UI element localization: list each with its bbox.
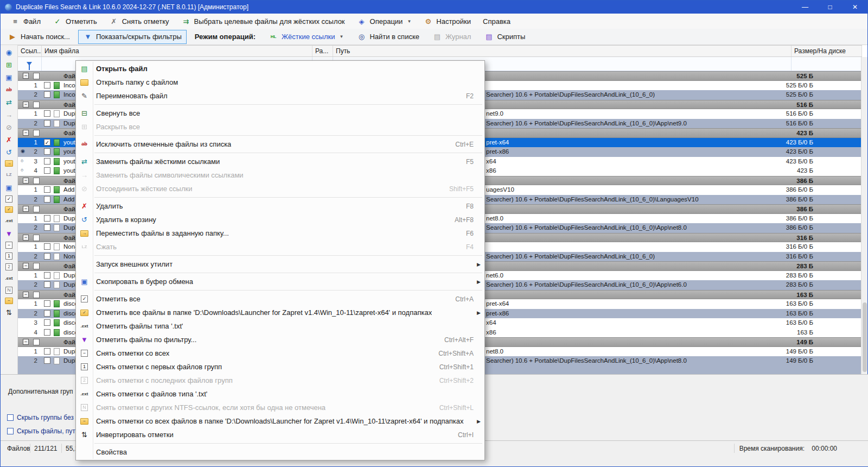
- unlink-icon[interactable]: ⊘: [4, 123, 14, 131]
- unmark-last-icon[interactable]: 2: [5, 263, 12, 270]
- row-checkbox[interactable]: [44, 348, 50, 355]
- context-menu-item[interactable]: ⇄Заменить файлы жёсткими ссылкамиF5: [76, 155, 484, 168]
- exclude-marked-icon[interactable]: ab: [4, 85, 14, 94]
- context-menu-item[interactable]: −Снять отметки со всехCtrl+Shift+A: [76, 346, 484, 360]
- hide-groups-checkbox[interactable]: Скрыть группы без д: [7, 414, 79, 421]
- group-checkbox[interactable]: [33, 102, 40, 108]
- hardlink-radio[interactable]: ○: [21, 158, 23, 163]
- row-checkbox[interactable]: [44, 186, 50, 193]
- menubar-item[interactable]: ⇉Выбрать целевые файлы для жёстких ссыло…: [176, 15, 350, 28]
- row-checkbox[interactable]: [44, 272, 50, 279]
- context-menu-item[interactable]: ↺Удалить в корзинуAlt+F8: [76, 213, 484, 226]
- row-checkbox[interactable]: [44, 281, 50, 288]
- unmark-ntfs-icon[interactable]: N: [5, 287, 12, 294]
- mark-folder-icon[interactable]: ✓: [5, 206, 13, 213]
- context-menu-item[interactable]: abИсключить отмеченные файлы из спискаCt…: [76, 137, 484, 151]
- row-checkbox[interactable]: [44, 224, 50, 231]
- minimize-button[interactable]: —: [793, 1, 818, 14]
- group-checkbox[interactable]: [33, 73, 40, 79]
- group-checkbox[interactable]: [33, 235, 40, 241]
- row-checkbox[interactable]: [44, 110, 50, 117]
- unmark-ext-icon[interactable]: .ext: [4, 274, 14, 283]
- context-menu-item[interactable]: ✗УдалитьF8: [76, 199, 484, 213]
- toolbar-item[interactable]: ▼Показать/скрыть фильтры: [78, 30, 187, 44]
- row-checkbox[interactable]: ✓: [44, 139, 50, 146]
- column-header[interactable]: Путь: [333, 46, 792, 56]
- collapse-icon[interactable]: −: [23, 263, 29, 269]
- context-menu-item[interactable]: ▣Скопировать в буфер обмена▶: [76, 275, 484, 288]
- move-files-icon[interactable]: →: [5, 160, 13, 167]
- context-menu-item[interactable]: ▼Отметить файлы по фильтру...Ctrl+Alt+F: [76, 333, 484, 346]
- context-menu-item[interactable]: .extОтметить файлы типа '.txt': [76, 319, 484, 333]
- column-header[interactable]: Имя файла: [42, 46, 312, 56]
- collapse-icon[interactable]: −: [23, 292, 29, 298]
- unmark-folder-icon[interactable]: −: [5, 298, 13, 304]
- row-checkbox[interactable]: [44, 120, 50, 127]
- mark-ext-icon[interactable]: .ext: [4, 217, 14, 225]
- unmark-first-icon[interactable]: 1: [5, 253, 12, 260]
- toolbar-item[interactable]: ◎Найти в списке: [352, 30, 424, 44]
- context-menu-item[interactable]: →Переместить файлы в заданную папку...F6: [76, 226, 484, 240]
- mark-all-icon[interactable]: ✓: [5, 195, 12, 203]
- group-checkbox[interactable]: [33, 130, 40, 136]
- row-checkbox[interactable]: [44, 319, 50, 326]
- context-menu-item[interactable]: Запуск внешних утилит▶: [76, 257, 484, 271]
- maximize-button[interactable]: □: [818, 1, 843, 14]
- menubar-item[interactable]: ⚙Настройки: [418, 15, 476, 28]
- menubar-item[interactable]: ✗Снять отметку: [104, 15, 175, 28]
- collapse-icon[interactable]: −: [23, 73, 29, 79]
- collapse-icon[interactable]: −: [23, 235, 29, 241]
- hardlink-radio[interactable]: ◉: [21, 148, 25, 154]
- row-checkbox[interactable]: [44, 300, 50, 307]
- copy-icon[interactable]: ▣: [4, 73, 14, 81]
- menubar-item[interactable]: Справка: [477, 15, 516, 28]
- row-checkbox[interactable]: [44, 167, 50, 174]
- row-checkbox[interactable]: [44, 253, 50, 260]
- collapse-icon[interactable]: −: [23, 130, 29, 136]
- row-checkbox[interactable]: [44, 158, 50, 165]
- add-files-icon[interactable]: ⊞: [4, 60, 14, 69]
- compress-icon[interactable]: LZ: [4, 171, 14, 179]
- row-checkbox[interactable]: [44, 148, 50, 155]
- context-menu-item[interactable]: ✎Переименовать файлF2: [76, 89, 484, 103]
- filter-cell[interactable]: [18, 57, 42, 71]
- row-checkbox[interactable]: [44, 91, 50, 98]
- collapse-icon[interactable]: −: [23, 206, 29, 212]
- collapse-icon[interactable]: −: [23, 102, 29, 108]
- replace-hardlink-icon[interactable]: ⇄: [4, 98, 14, 106]
- row-checkbox[interactable]: [44, 243, 50, 250]
- row-checkbox[interactable]: [44, 329, 50, 336]
- menubar-item[interactable]: ◈Операции▼: [352, 15, 417, 28]
- toolbar-item[interactable]: ▤Журнал: [427, 30, 476, 44]
- hardlink-radio[interactable]: ○: [21, 167, 23, 173]
- context-menu-item[interactable]: ✓Отметить все файлы в папке 'D:\Download…: [76, 306, 484, 319]
- context-menu-item[interactable]: −Снять отметки со всех файлов в папке 'D…: [76, 414, 484, 428]
- toolbar-item[interactable]: ▶Начать поиск...: [3, 30, 75, 44]
- copy-clipboard-icon[interactable]: ▣: [4, 183, 14, 192]
- toolbar-item[interactable]: HLЖёсткие ссылки▼: [264, 30, 348, 44]
- collapse-icon[interactable]: −: [23, 178, 29, 184]
- group-checkbox[interactable]: [33, 339, 40, 345]
- context-menu-item[interactable]: .extСнять отметки с файлов типа '.txt': [76, 387, 484, 401]
- row-checkbox[interactable]: [44, 82, 50, 89]
- context-menu-item[interactable]: ⊟Свернуть все: [76, 106, 484, 120]
- recycle-icon[interactable]: ↺: [4, 148, 14, 156]
- unmark-all-icon[interactable]: −: [5, 242, 12, 249]
- context-menu-item[interactable]: 1Снять отметки с первых файлов группCtrl…: [76, 360, 484, 374]
- group-checkbox[interactable]: [33, 206, 40, 212]
- replace-symlink-icon[interactable]: →: [4, 110, 14, 119]
- row-checkbox[interactable]: [44, 357, 50, 364]
- context-menu-item[interactable]: Открыть папку с файлом: [76, 75, 484, 89]
- column-header[interactable]: Размер/На диске: [792, 46, 862, 56]
- column-header[interactable]: Ссыл...: [18, 46, 42, 56]
- menubar-item[interactable]: ≡Файл: [5, 15, 46, 28]
- collapse-icon[interactable]: −: [23, 339, 29, 345]
- close-button[interactable]: ✕: [843, 1, 867, 14]
- row-checkbox[interactable]: [44, 196, 50, 203]
- menubar-item[interactable]: ✓Отметить: [47, 15, 103, 28]
- row-checkbox[interactable]: [44, 310, 50, 317]
- eye-icon[interactable]: ◉: [4, 48, 14, 56]
- mark-filter-icon[interactable]: ▼: [4, 229, 14, 238]
- hide-files-checkbox[interactable]: Скрыть файлы, путь: [7, 427, 79, 435]
- context-menu-item[interactable]: Свойства: [76, 445, 484, 459]
